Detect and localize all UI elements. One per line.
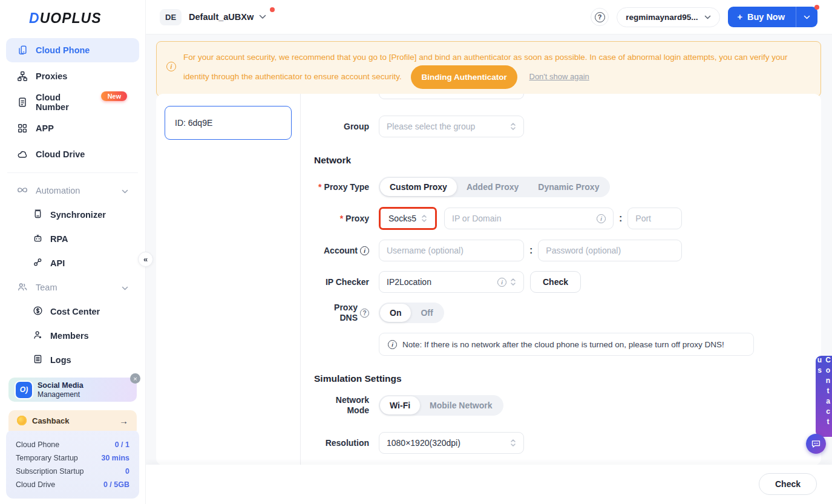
ip-checker-label: IP Checker (314, 277, 369, 287)
social-media-logo-icon: O) (16, 382, 32, 398)
proxy-type-option-dynamic[interactable]: Dynamic Proxy (528, 178, 609, 196)
footer-bar: Check (145, 465, 832, 504)
settings-form: Name Group Please select the group Netwo… (301, 94, 821, 465)
dns-off-option[interactable]: Off (411, 304, 442, 322)
sidebar-group-automation[interactable]: Automation (6, 179, 139, 202)
updown-chevrons-icon (510, 278, 516, 286)
close-icon[interactable]: × (130, 373, 140, 384)
account-row: Accounti Username (optional) : Password … (314, 240, 821, 261)
sidebar-group-team[interactable]: Team (6, 276, 139, 299)
sidebar-item-cloud-phone[interactable]: Cloud Phone (6, 38, 139, 62)
sidebar-item-cloud-number[interactable]: Cloud Number New (6, 90, 139, 114)
cashback-banner[interactable]: Cashback → (8, 410, 137, 431)
sidebar-item-label: APP (36, 123, 54, 133)
stat-label: Temporary Startup (16, 454, 78, 462)
sidebar-group-label: Automation (36, 186, 80, 195)
chevron-down-icon (122, 283, 128, 292)
proxy-port-input[interactable]: Port (627, 208, 682, 229)
proxy-label: Proxy (346, 214, 369, 224)
info-icon: i (360, 246, 369, 255)
sidebar-item-proxies[interactable]: Proxies (6, 64, 139, 88)
name-input[interactable] (379, 94, 524, 99)
proxy-type-row: *Proxy Type Custom Proxy Added Proxy Dyn… (314, 177, 821, 197)
footer-check-button[interactable]: Check (759, 473, 817, 495)
arrow-right-icon: → (119, 416, 128, 426)
new-badge: New (101, 91, 127, 101)
simulation-settings-heading: Simulation Settings (314, 373, 821, 384)
proxy-type-label: Proxy Type (324, 182, 369, 192)
buy-now-dropdown-button[interactable] (796, 7, 817, 27)
cloud-phone-icon (17, 45, 28, 56)
sidebar-item-cost-center[interactable]: Cost Center (6, 300, 139, 323)
sidebar-item-label: Logs (50, 355, 71, 365)
sidebar-item-label: API (50, 258, 65, 268)
stat-row: Cloud Phone 0 / 1 (16, 438, 129, 451)
api-icon (33, 257, 43, 269)
contact-us-tab[interactable]: Contact us (816, 356, 832, 437)
proxy-host-input[interactable]: IP or Domain i (444, 208, 614, 229)
social-media-management-banner[interactable]: O) Social MediaManagement × (8, 378, 137, 402)
dns-on-option[interactable]: On (380, 304, 411, 322)
cloud-drive-icon (17, 149, 28, 160)
sidebar-item-label: Cloud Drive (36, 149, 85, 159)
buy-now-button[interactable]: + Buy Now (728, 7, 797, 27)
sidebar-item-members[interactable]: Members (6, 324, 139, 347)
team-icon (17, 281, 28, 294)
proxy-type-option-custom[interactable]: Custom Proxy (380, 178, 457, 196)
chevron-down-icon (122, 186, 128, 195)
sidebar-item-app[interactable]: APP (6, 116, 139, 140)
dns-note-row: i Note: If there is no network after the… (314, 333, 821, 356)
sidebar-item-rpa[interactable]: RPA (6, 227, 139, 250)
network-mode-wifi[interactable]: Wi-Fi (380, 396, 420, 414)
dont-show-again-link[interactable]: Don't show again (529, 72, 589, 81)
plus-icon: + (738, 12, 742, 22)
sidebar-item-label: Synchronizer (50, 210, 106, 220)
updown-chevrons-icon (510, 122, 516, 131)
chevron-down-icon[interactable] (259, 15, 266, 19)
ip-check-button[interactable]: Check (530, 271, 581, 293)
promo-text: Social MediaManagement (38, 381, 84, 399)
help-icon: ? (360, 309, 369, 318)
app-grid-icon (17, 123, 28, 134)
resolution-row: Resolution 1080×1920(320dpi) (314, 432, 821, 454)
network-mode-mobile[interactable]: Mobile Network (420, 396, 502, 414)
ip-checker-select[interactable]: IP2Location i (379, 271, 524, 293)
sidebar-item-logs[interactable]: Logs (6, 349, 139, 371)
topbar: DE Default_aUBXw ? regmimaynard95... + B… (145, 0, 832, 34)
proxy-protocol-select[interactable]: Socks5 (379, 207, 437, 230)
proxy-dns-toggle: On Off (379, 303, 444, 323)
sidebar-item-label: Cloud Number (36, 93, 94, 112)
binding-authenticator-button[interactable]: Binding Authenticator (411, 65, 517, 89)
main-content: i For your account security, we recommen… (145, 34, 832, 504)
members-icon (33, 330, 43, 342)
account-dropdown[interactable]: regmimaynard95... (617, 7, 719, 27)
proxies-icon (17, 71, 28, 82)
account-label: Account (324, 246, 358, 256)
group-row: Group Please select the group (314, 116, 821, 137)
help-button[interactable]: ? (591, 8, 609, 26)
info-icon: i (166, 62, 176, 71)
chat-bubble-button[interactable] (806, 434, 826, 454)
sidebar-group-label: Team (36, 283, 57, 292)
proxy-password-input[interactable]: Password (optional) (538, 240, 682, 261)
ip-checker-row: IP Checker IP2Location i Check (314, 271, 821, 293)
group-select[interactable]: Please select the group (379, 116, 524, 137)
device-id-card[interactable]: ID: 6dq9E (165, 106, 292, 140)
sidebar-collapse-button[interactable]: « (138, 252, 153, 267)
sidebar-item-api[interactable]: API (6, 252, 139, 275)
security-warning-banner: i For your account security, we recommen… (156, 41, 821, 97)
network-mode-row: Network Mode Wi-Fi Mobile Network (314, 395, 821, 416)
usage-stats-panel: Cloud Phone 0 / 1 Temporary Startup 30 m… (6, 430, 139, 499)
stat-value: 0 (125, 467, 129, 476)
sidebar-item-cloud-drive[interactable]: Cloud Drive (6, 142, 139, 166)
sidebar-item-label: Members (50, 331, 89, 341)
proxy-username-input[interactable]: Username (optional) (379, 240, 524, 261)
buy-now-split-button: + Buy Now (728, 7, 818, 27)
info-icon: i (597, 214, 606, 223)
sidebar-item-synchronizer[interactable]: Synchronizer (6, 203, 139, 226)
stat-row: Temporary Startup 30 mins (16, 451, 129, 465)
proxy-type-option-added[interactable]: Added Proxy (457, 178, 528, 196)
sidebar-item-label: Cloud Phone (36, 45, 90, 55)
updown-chevrons-icon (421, 214, 427, 223)
resolution-select[interactable]: 1080×1920(320dpi) (379, 432, 524, 454)
